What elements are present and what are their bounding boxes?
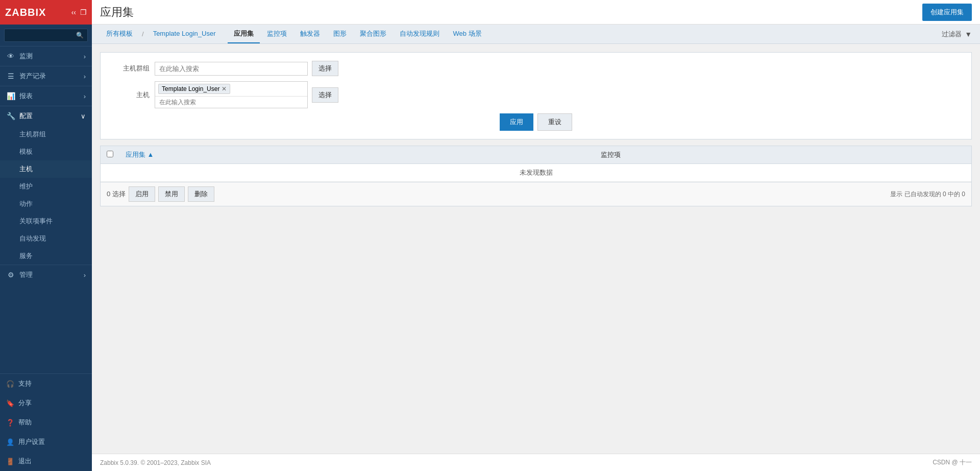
tab-discovery-rules[interactable]: 自动发现规则 [394, 25, 446, 43]
sidebar-section-config: 🔧 配置 ∨ 主机群组 模板 主机 维护 动作 关联项事件 自动发现 服务 [0, 106, 92, 265]
host-tag-close[interactable]: ✕ [222, 85, 227, 92]
filter-row-hostgroup: 主机群组 选择 [109, 61, 963, 76]
select-count-label: 0 选择 [107, 190, 126, 199]
host-tag: Template Login_User ✕ [158, 84, 230, 94]
sidebar-logout-label: 退出 [18, 457, 32, 466]
collapse-icon[interactable]: ‹‹ [71, 8, 76, 16]
sidebar-item-admin[interactable]: ⚙ 管理 › [0, 265, 92, 285]
host-select-button[interactable]: 选择 [312, 87, 338, 103]
sidebar-logo: ZABBIX [5, 7, 46, 18]
sidebar-item-reports[interactable]: 📊 报表 › [0, 86, 92, 106]
host-search-input[interactable] [155, 96, 307, 108]
footer-right: CSDN @ 十一 [933, 458, 972, 467]
reset-filter-button[interactable]: 重设 [537, 113, 572, 131]
host-group-input-group: 选择 [155, 61, 338, 76]
sidebar-item-user-settings[interactable]: 👤 用户设置 [0, 432, 92, 452]
search-icon: 🔍 [76, 32, 84, 39]
host-label: 主机 [109, 90, 150, 100]
breadcrumb-template[interactable]: Template Login_User [147, 26, 222, 42]
sidebar-section-admin: ⚙ 管理 › [0, 265, 92, 285]
apply-filter-button[interactable]: 应用 [500, 113, 533, 131]
sidebar-item-monitor-label: 监测 [19, 52, 33, 61]
filter-actions: 应用 重设 [109, 113, 963, 131]
content-area: 主机群组 选择 主机 Template Login_User ✕ [92, 44, 980, 454]
bottom-bar: 0 选择 启用 禁用 删除 显示 已自动发现的 0 中的 0 [101, 182, 971, 206]
tab-web-scenarios[interactable]: Web 场景 [447, 25, 487, 43]
config-icon: 🔧 [6, 112, 15, 120]
sidebar-item-share[interactable]: 🔖 分享 [0, 393, 92, 413]
select-all-checkbox[interactable] [107, 151, 113, 157]
sidebar-support-label: 支持 [18, 379, 32, 388]
assets-icon: ☰ [6, 72, 15, 80]
display-info: 显示 已自动发现的 0 中的 0 [890, 190, 965, 199]
host-input-group: Template Login_User ✕ 选择 [155, 81, 338, 108]
reports-icon: 📊 [6, 92, 15, 100]
sort-applications-link[interactable]: 应用集 ▲ [126, 151, 154, 158]
sidebar-item-logout[interactable]: 🚪 退出 [0, 452, 92, 471]
tab-triggers[interactable]: 触发器 [294, 25, 326, 43]
main-area: 应用集 创建应用集 所有模板 / Template Login_User 应用集… [92, 0, 980, 471]
monitor-icon: 👁 [6, 52, 15, 60]
sidebar-section-reports: 📊 报表 › [0, 86, 92, 106]
no-data-row: 未发现数据 [101, 164, 971, 182]
breadcrumb-sep1: / [142, 30, 144, 38]
top-bar: 应用集 创建应用集 [92, 0, 980, 25]
tab-items[interactable]: 监控项 [261, 25, 293, 43]
bottom-actions: 0 选择 启用 禁用 删除 [107, 186, 214, 202]
sidebar-search-input[interactable] [4, 29, 88, 42]
filter-label: 过滤器 [942, 30, 962, 39]
host-tags-area: Template Login_User ✕ [155, 82, 307, 96]
sidebar-sub-discovery[interactable]: 自动发现 [0, 230, 92, 247]
data-table: 应用集 ▲ 监控项 未发现数据 [101, 146, 971, 182]
sidebar-section-monitor: 👁 监测 › [0, 46, 92, 66]
enable-button[interactable]: 启用 [129, 186, 155, 202]
tab-aggregate[interactable]: 聚合图形 [354, 25, 393, 43]
table-header-applications[interactable]: 应用集 ▲ [119, 146, 595, 164]
host-group-input[interactable] [155, 62, 308, 76]
sidebar-item-monitor[interactable]: 👁 监测 › [0, 46, 92, 66]
sidebar-sub-correlation[interactable]: 关联项事件 [0, 213, 92, 230]
filter-icon[interactable]: ▼ [965, 30, 972, 38]
chevron-monitor-icon: › [84, 53, 86, 60]
sidebar-sub-services[interactable]: 服务 [0, 247, 92, 265]
tab-applications[interactable]: 应用集 [228, 25, 260, 43]
sidebar-sub-hostgroups[interactable]: 主机群组 [0, 126, 92, 143]
chevron-reports-icon: › [84, 92, 86, 100]
sidebar-sub-actions[interactable]: 动作 [0, 195, 92, 213]
create-application-button[interactable]: 创建应用集 [922, 4, 972, 21]
sidebar-item-support[interactable]: 🎧 支持 [0, 374, 92, 393]
sidebar-item-help[interactable]: ❓ 帮助 [0, 413, 92, 432]
help-icon: ❓ [6, 419, 14, 427]
tabs-container: 所有模板 / Template Login_User 应用集 监控项 触发器 图… [100, 25, 488, 43]
disable-button[interactable]: 禁用 [158, 186, 185, 202]
tab-graphs[interactable]: 图形 [327, 25, 353, 43]
host-group-label: 主机群组 [109, 64, 150, 73]
sidebar-share-label: 分享 [18, 398, 32, 408]
sidebar-section-assets: ☰ 资产记录 › [0, 66, 92, 86]
filter-row-host: 主机 Template Login_User ✕ 选择 [109, 81, 963, 108]
table-body: 未发现数据 [101, 164, 971, 182]
host-group-select-button[interactable]: 选择 [312, 61, 338, 76]
share-icon: 🔖 [6, 399, 14, 407]
sidebar-header: ZABBIX ‹‹ ❐ [0, 0, 92, 25]
sidebar-sub-templates[interactable]: 模板 [0, 143, 92, 160]
filter-area: 过滤器 ▼ [942, 30, 972, 39]
sidebar-item-config[interactable]: 🔧 配置 ∨ [0, 106, 92, 126]
no-data-cell: 未发现数据 [101, 164, 971, 182]
sidebar-item-reports-label: 报表 [19, 91, 33, 101]
host-input-wrapper: Template Login_User ✕ [155, 81, 308, 108]
admin-icon: ⚙ [6, 271, 15, 279]
sidebar-sub-maintenance[interactable]: 维护 [0, 178, 92, 195]
sidebar-item-assets[interactable]: ☰ 资产记录 › [0, 66, 92, 86]
footer-right-text: CSDN @ 十一 [933, 458, 972, 467]
tab-bar: 所有模板 / Template Login_User 应用集 监控项 触发器 图… [92, 25, 980, 44]
expand-icon[interactable]: ❐ [80, 8, 87, 16]
support-icon: 🎧 [6, 380, 14, 388]
sidebar-sub-hosts[interactable]: 主机 [0, 160, 92, 178]
chevron-config-icon: ∨ [81, 112, 86, 120]
footer-copyright: Zabbix 5.0.39. © 2001–2023, Zabbix SIA [100, 459, 211, 466]
table-header-checkbox-col [101, 146, 119, 164]
host-tag-label: Template Login_User [162, 85, 219, 92]
breadcrumb-alltemplate[interactable]: 所有模板 [100, 25, 139, 43]
delete-button[interactable]: 删除 [188, 186, 214, 202]
